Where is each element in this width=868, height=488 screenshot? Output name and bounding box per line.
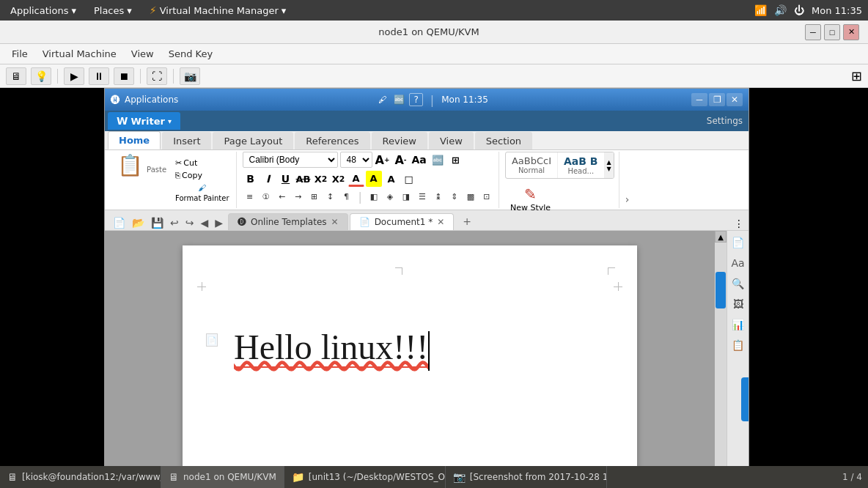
vm-tool-stop[interactable]: ⏹ bbox=[114, 67, 134, 85]
table-btn[interactable]: ⊞ bbox=[448, 152, 464, 168]
vm-resize-icon[interactable]: ⊞ bbox=[851, 68, 862, 84]
writer-tab[interactable]: W Writer ▾ bbox=[108, 112, 180, 130]
taskbar-filemanager[interactable]: 📁 [unit13 (~/Desktop/WESTOS_OS... bbox=[284, 466, 446, 488]
new-doc-icon[interactable]: 📄 bbox=[111, 215, 128, 230]
wps-restore-btn[interactable]: ❐ bbox=[709, 93, 725, 106]
tab-overflow-icon[interactable]: ⋮ bbox=[734, 218, 744, 229]
vm-tool-fullscreen[interactable]: ⛶ bbox=[147, 67, 167, 85]
strikethrough-btn[interactable]: AB bbox=[295, 171, 312, 187]
tab-page-layout[interactable]: Page Layout bbox=[213, 132, 293, 149]
underline-btn[interactable]: U bbox=[278, 171, 294, 187]
font-name-select[interactable]: Calibri (Body bbox=[243, 152, 338, 168]
side-btn-5[interactable]: 📊 bbox=[729, 316, 747, 333]
wps-close-btn[interactable]: ✕ bbox=[727, 93, 743, 106]
tab-menu-btn[interactable]: ⋮ bbox=[734, 216, 749, 230]
vm-tool-screen[interactable]: 🖥 bbox=[6, 67, 26, 85]
font-effects-btn[interactable]: 🔤 bbox=[430, 152, 446, 168]
vm-menu-sendkey[interactable]: Send Key bbox=[163, 47, 218, 61]
tab-home[interactable]: Home bbox=[108, 131, 161, 149]
align-left-btn[interactable]: ◧ bbox=[367, 191, 381, 204]
open-doc-icon[interactable]: 📂 bbox=[130, 215, 147, 230]
border-btn[interactable]: □ bbox=[401, 171, 417, 187]
vm-close-btn[interactable]: ✕ bbox=[843, 24, 859, 40]
font-color-btn[interactable]: A bbox=[348, 171, 364, 187]
increase-font-btn[interactable]: A+ bbox=[375, 152, 391, 168]
wps-help-btn[interactable]: ? bbox=[409, 93, 422, 106]
ribbon-expand-btn[interactable]: › bbox=[621, 193, 634, 205]
arrow-left-icon[interactable]: ◀ bbox=[198, 215, 210, 230]
vm-menu-virtualmachine[interactable]: Virtual Machine bbox=[37, 47, 122, 61]
border2-btn[interactable]: ⊡ bbox=[479, 191, 494, 204]
add-tab-btn[interactable]: + bbox=[457, 212, 477, 230]
font-size-select[interactable]: 48 bbox=[340, 152, 372, 168]
align-center-btn[interactable]: ◈ bbox=[383, 191, 397, 204]
wps-icon-1[interactable]: 🖋 bbox=[377, 94, 389, 106]
vm-tool-pause[interactable]: ⏸ bbox=[89, 67, 109, 85]
side-btn-4[interactable]: 🖼 bbox=[729, 295, 747, 313]
styles-scroll-down[interactable]: ▼ bbox=[607, 166, 611, 172]
num-list-btn[interactable]: ① bbox=[259, 191, 273, 204]
indent-inc-btn[interactable]: → bbox=[291, 191, 306, 204]
char-shading-btn[interactable]: A bbox=[383, 171, 400, 187]
align-right-btn[interactable]: ◨ bbox=[399, 191, 413, 204]
vm-menu-view[interactable]: View bbox=[125, 47, 160, 61]
vm-maximize-btn[interactable]: □ bbox=[824, 24, 840, 40]
sort-btn[interactable]: ↕ bbox=[323, 191, 338, 204]
vm-tool-play[interactable]: ▶ bbox=[64, 67, 84, 85]
paste-btn[interactable]: 📋 Paste bbox=[112, 152, 172, 208]
tab-review[interactable]: Review bbox=[372, 132, 427, 149]
document-text[interactable]: Hello linux!!! bbox=[234, 328, 430, 368]
tab-view[interactable]: View bbox=[429, 132, 474, 149]
vertical-scrollbar[interactable]: ▲ ▼ bbox=[715, 231, 727, 483]
side-btn-6[interactable]: 📋 bbox=[729, 336, 747, 354]
styles-scroll-up[interactable]: ▲ bbox=[607, 159, 611, 166]
highlight-btn[interactable]: A bbox=[366, 171, 382, 187]
scroll-track[interactable] bbox=[715, 243, 727, 471]
style-heading[interactable]: AaB B Head... bbox=[558, 152, 605, 178]
italic-btn[interactable]: I bbox=[260, 171, 276, 187]
line-spacing-btn[interactable]: ↨ bbox=[431, 191, 446, 204]
list-btn[interactable]: ≡ bbox=[243, 191, 257, 204]
online-templates-close[interactable]: ✕ bbox=[331, 217, 339, 227]
wps-minimize-btn[interactable]: ─ bbox=[691, 93, 707, 106]
indent-dec-btn[interactable]: ← bbox=[275, 191, 290, 204]
vm-tool-screenshot[interactable]: 📷 bbox=[180, 67, 200, 85]
copy-btn[interactable]: ⎘ Copy bbox=[173, 170, 231, 181]
outline-btn[interactable]: ⊞ bbox=[307, 191, 322, 204]
vm-minimize-btn[interactable]: ─ bbox=[805, 24, 821, 40]
vm-menu-file[interactable]: File bbox=[6, 47, 34, 61]
cut-btn[interactable]: ✂ Cut bbox=[173, 158, 231, 169]
save-doc-icon[interactable]: 💾 bbox=[149, 215, 166, 230]
clear-format-btn[interactable]: Aa bbox=[411, 152, 427, 168]
taskbar-vm[interactable]: 🖥 node1 on QEMU/KVM bbox=[161, 466, 284, 488]
subscript-btn[interactable]: X2 bbox=[331, 171, 347, 187]
doc-scroll-area[interactable]: 📄 Hello linux!!! bbox=[105, 231, 715, 483]
side-btn-3[interactable]: 🔍 bbox=[729, 275, 747, 292]
scroll-up-btn[interactable]: ▲ bbox=[715, 231, 727, 243]
taskbar-screenshot[interactable]: 📷 [Screenshot from 2017-10-28 1... bbox=[446, 466, 607, 488]
tab-document1[interactable]: 📄 Document1 * ✕ bbox=[350, 213, 455, 230]
taskbar-terminal[interactable]: 🖥 [kiosk@foundation12:/var/www/h... bbox=[0, 466, 161, 488]
applications-menu[interactable]: Applications ▾ bbox=[6, 4, 81, 18]
style-normal[interactable]: AaBbCcI Normal bbox=[506, 152, 558, 178]
para-spacing-btn[interactable]: ⇕ bbox=[447, 191, 462, 204]
superscript-btn[interactable]: X2 bbox=[313, 171, 329, 187]
document-content-area[interactable]: Hello linux!!! bbox=[234, 326, 586, 371]
arrow-right-icon[interactable]: ▶ bbox=[213, 215, 225, 230]
tab-online-templates[interactable]: 🅓 Online Templates ✕ bbox=[228, 213, 348, 230]
format-painter-btn[interactable]: 🖌 Format Painter bbox=[173, 182, 231, 203]
side-btn-2[interactable]: Aa bbox=[729, 254, 747, 272]
places-menu[interactable]: Places ▾ bbox=[89, 4, 136, 18]
tab-section[interactable]: Section bbox=[475, 132, 532, 149]
decrease-font-btn[interactable]: A- bbox=[393, 152, 409, 168]
undo-icon[interactable]: ↩ bbox=[168, 215, 181, 230]
shading-btn[interactable]: ▩ bbox=[463, 191, 478, 204]
wps-settings[interactable]: Settings bbox=[707, 116, 749, 126]
vm-tool-light[interactable]: 💡 bbox=[31, 67, 51, 85]
tab-insert[interactable]: Insert bbox=[162, 132, 211, 149]
tab-references[interactable]: References bbox=[295, 132, 369, 149]
bold-btn[interactable]: B bbox=[243, 171, 259, 187]
wps-icon-2[interactable]: 🔤 bbox=[393, 94, 405, 106]
justify-btn[interactable]: ☰ bbox=[415, 191, 430, 204]
document1-close[interactable]: ✕ bbox=[437, 217, 444, 227]
